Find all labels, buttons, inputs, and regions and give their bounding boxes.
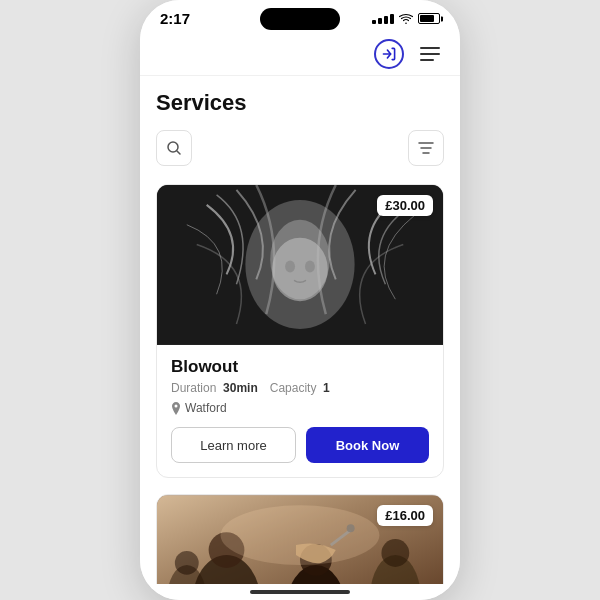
phone-frame: 2:17: [140, 0, 460, 600]
svg-point-11: [175, 404, 178, 407]
svg-point-10: [305, 260, 315, 272]
signal-icon: [372, 14, 394, 24]
svg-point-23: [175, 551, 199, 575]
service-card-rootscut: £16.00 Roots Cut: [156, 494, 444, 584]
status-time: 2:17: [160, 10, 190, 27]
menu-line-3: [420, 59, 434, 61]
blowout-location: Watford: [171, 401, 429, 415]
filter-button[interactable]: [408, 130, 444, 166]
menu-button[interactable]: [416, 43, 444, 65]
blowout-card-body: Blowout Duration 30min Capacity 1: [157, 345, 443, 477]
blowout-image: £30.00: [157, 185, 443, 345]
status-notch: [260, 8, 340, 30]
svg-line-1: [177, 151, 180, 154]
status-bar: 2:17: [140, 0, 460, 33]
status-icons: [372, 13, 440, 25]
nav-bar: [140, 33, 460, 76]
rootscut-image: £16.00: [157, 495, 443, 584]
location-icon: [171, 402, 181, 415]
blowout-meta: Duration 30min Capacity 1: [171, 381, 429, 395]
scroll-bar: [250, 590, 350, 594]
search-icon: [166, 140, 182, 156]
search-filter-row: [140, 124, 460, 176]
svg-point-9: [285, 260, 295, 272]
menu-line-1: [420, 47, 440, 49]
blowout-capacity: Capacity 1: [270, 381, 330, 395]
filter-icon: [418, 141, 434, 155]
service-card-blowout: £30.00 Blowout Duration 30min Capacity 1: [156, 184, 444, 478]
battery-icon: [418, 13, 440, 24]
blowout-duration: Duration 30min: [171, 381, 258, 395]
scroll-indicator: [140, 584, 460, 600]
menu-line-2: [420, 53, 440, 55]
blowout-price: £30.00: [377, 195, 433, 216]
learn-more-button[interactable]: Learn more: [171, 427, 296, 463]
blowout-actions: Learn more Book Now: [171, 427, 429, 463]
search-button[interactable]: [156, 130, 192, 166]
main-content: Services: [140, 76, 460, 584]
services-header: Services: [140, 76, 460, 124]
blowout-name: Blowout: [171, 357, 429, 377]
rootscut-price: £16.00: [377, 505, 433, 526]
page-title: Services: [156, 90, 444, 116]
book-now-button[interactable]: Book Now: [306, 427, 429, 463]
svg-point-24: [221, 505, 380, 565]
wifi-icon: [399, 13, 413, 25]
login-button[interactable]: [374, 39, 404, 69]
svg-point-21: [381, 539, 409, 567]
